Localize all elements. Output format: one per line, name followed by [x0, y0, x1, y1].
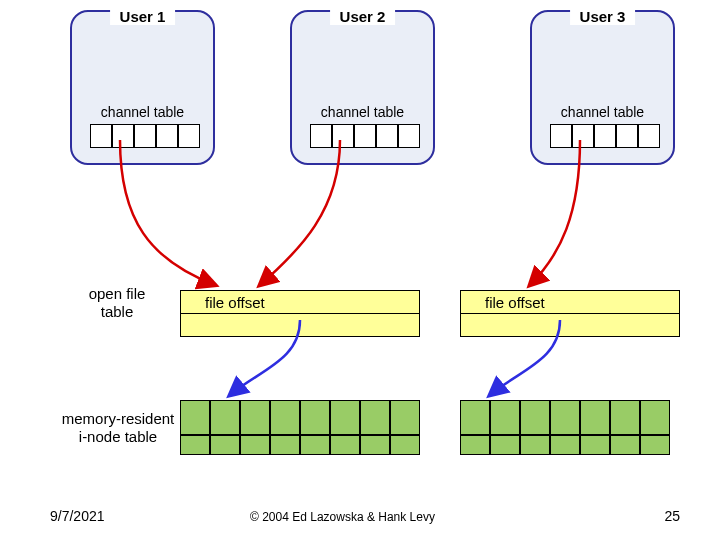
inode-table-1	[180, 400, 420, 455]
channel-table-1	[90, 124, 200, 148]
channel-table-label-1: channel table	[101, 104, 184, 120]
user-box-3: User 3 channel table	[530, 10, 675, 165]
footer-copyright: © 2004 Ed Lazowska & Hank Levy	[250, 510, 435, 524]
channel-table-label-3: channel table	[561, 104, 644, 120]
channel-table-label-2: channel table	[321, 104, 404, 120]
file-offset-text-2: file offset	[485, 294, 545, 311]
channel-table-2	[310, 124, 420, 148]
channel-cell	[332, 124, 354, 148]
user-box-1: User 1 channel table	[70, 10, 215, 165]
channel-cell	[616, 124, 638, 148]
footer-date: 9/7/2021	[50, 508, 105, 524]
channel-cell	[90, 124, 112, 148]
channel-cell	[398, 124, 420, 148]
channel-cell	[178, 124, 200, 148]
file-offset-2-lower	[460, 313, 680, 337]
channel-cell	[310, 124, 332, 148]
channel-cell	[594, 124, 616, 148]
memory-resident-inode-label: memory-residenti-node table	[48, 410, 188, 446]
user-title-2: User 2	[330, 8, 396, 25]
open-file-table-label: open filetable	[62, 285, 172, 321]
user-title-1: User 1	[110, 8, 176, 25]
user-box-2: User 2 channel table	[290, 10, 435, 165]
footer-page-number: 25	[664, 508, 680, 524]
channel-cell	[550, 124, 572, 148]
file-offset-2: file offset	[460, 290, 680, 314]
file-offset-text-1: file offset	[205, 294, 265, 311]
channel-cell	[572, 124, 594, 148]
file-offset-1-lower	[180, 313, 420, 337]
channel-table-3	[550, 124, 660, 148]
channel-cell	[156, 124, 178, 148]
user-title-3: User 3	[570, 8, 636, 25]
channel-cell	[112, 124, 134, 148]
channel-cell	[376, 124, 398, 148]
channel-cell	[134, 124, 156, 148]
channel-cell	[638, 124, 660, 148]
inode-table-2	[460, 400, 670, 455]
file-offset-1: file offset	[180, 290, 420, 314]
channel-cell	[354, 124, 376, 148]
